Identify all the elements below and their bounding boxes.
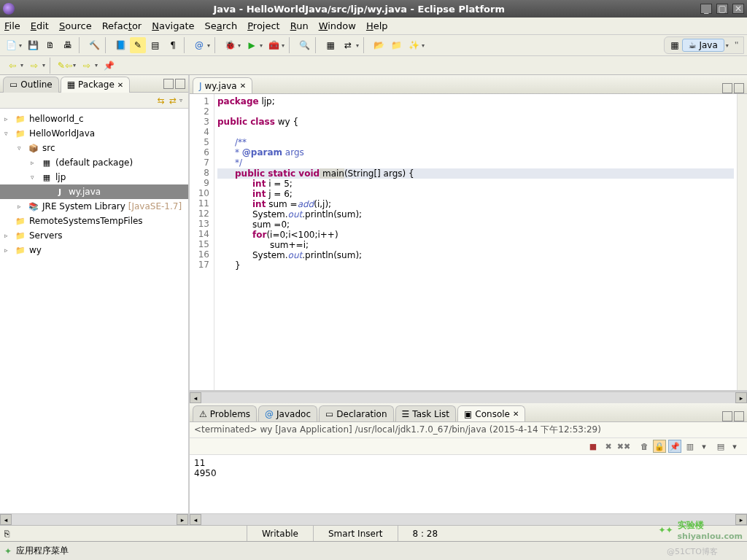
menu-refactor[interactable]: Refactor — [102, 20, 142, 31]
editor-tab-wy[interactable]: J wy.java ✕ — [193, 77, 252, 93]
open-type-button[interactable]: @ — [191, 37, 207, 53]
console-output[interactable]: 11 4950 — [190, 455, 747, 513]
status-writable: Writable — [247, 526, 313, 541]
close-tab-icon[interactable]: ✕ — [117, 81, 123, 89]
maximize-view-button[interactable] — [734, 411, 744, 421]
save-all-button[interactable]: 🗎 — [42, 37, 58, 53]
new-button[interactable]: 📄 — [3, 37, 19, 53]
tree-item-wy-java[interactable]: Jwy.java — [0, 184, 188, 199]
console-hscroll[interactable]: ◂▸ — [190, 513, 747, 525]
toggle-mark-button[interactable]: ✎ — [130, 37, 146, 53]
scroll-lock-icon[interactable]: 🔒 — [653, 440, 666, 453]
terminate-icon[interactable]: ■ — [587, 440, 600, 453]
tab-outline[interactable]: ▭ Outline — [3, 77, 59, 93]
run-button[interactable]: ▶ — [244, 37, 260, 53]
perspective-switcher[interactable]: ▦ ☕ Java ▾ ‟ — [664, 36, 744, 54]
java-perspective-icon: ☕ — [689, 40, 697, 50]
close-tab-icon[interactable]: ✕ — [240, 82, 246, 90]
minimize-button[interactable]: _ — [700, 4, 712, 14]
menu-run[interactable]: Run — [290, 20, 309, 31]
tree-item-helloworld-c[interactable]: ▹📁helloworld_c — [0, 112, 188, 126]
maximize-editor-button[interactable] — [734, 83, 744, 93]
open-console-icon[interactable]: ▤ — [714, 440, 727, 453]
bottom-tabs: ⚠Problems @Javadoc ▭Declaration ☰Task Li… — [190, 403, 747, 422]
package-tree[interactable]: ▹📁helloworld_c▿📁HelloWorldJava▿📦src▹▦(de… — [0, 109, 188, 513]
clear-console-icon[interactable]: 🗑 — [638, 440, 651, 453]
tree-item-ljp[interactable]: ▿▦ljp — [0, 170, 188, 184]
collapse-all-icon[interactable]: ⇆ — [158, 96, 165, 106]
run-config-button[interactable]: 🧰 — [266, 37, 282, 53]
editor-area[interactable]: 1234567891011121314151617 package ljp; p… — [190, 94, 747, 392]
lib-icon: 📚 — [28, 201, 39, 211]
menu-project[interactable]: Project — [247, 20, 280, 31]
window-titlebar: Java - HelloWorldJava/src/ljp/wy.java - … — [0, 0, 747, 18]
type-hier-button[interactable]: ⇄ — [340, 37, 356, 53]
next-annotation-button[interactable]: ⇨ — [79, 58, 95, 74]
view-menu-icon[interactable]: ▿ — [179, 97, 182, 104]
tree-item-wy[interactable]: ▹📁wy — [0, 243, 188, 257]
tab-console[interactable]: ▣Console✕ — [457, 405, 525, 421]
menu-edit[interactable]: Edit — [31, 20, 49, 31]
remove-launch-icon[interactable]: ✖ — [602, 440, 615, 453]
tree-item-helloworldjava[interactable]: ▿📁HelloWorldJava — [0, 126, 188, 141]
minimize-view-button[interactable] — [722, 411, 732, 421]
tab-tasklist[interactable]: ☰Task List — [395, 405, 456, 421]
open-file-button[interactable]: 📂 — [371, 37, 387, 53]
tasklist-icon: ☰ — [402, 409, 410, 419]
editor-hscroll[interactable]: ◂▸ — [190, 392, 747, 403]
open-folder-button[interactable]: 📁 — [388, 37, 404, 53]
maximize-button[interactable]: ▢ — [716, 4, 728, 14]
pin-button[interactable]: 📌 — [101, 58, 117, 74]
menu-source[interactable]: Source — [59, 20, 92, 31]
editor-tabs: J wy.java ✕ — [190, 75, 747, 94]
code-area[interactable]: package ljp; public class wy { /** * @pa… — [214, 94, 737, 390]
pin-console-icon[interactable]: 📌 — [668, 440, 681, 453]
tree-item--default-package-[interactable]: ▹▦(default package) — [0, 155, 188, 170]
last-edit-button[interactable]: ✎⇦ — [57, 58, 73, 74]
tab-declaration[interactable]: ▭Declaration — [319, 405, 394, 421]
block-select-button[interactable]: ▤ — [147, 37, 163, 53]
minimize-view-button[interactable] — [163, 79, 174, 89]
save-button[interactable]: 💾 — [25, 37, 41, 53]
menu-search[interactable]: Search — [205, 20, 238, 31]
tree-item-remotesystemstempfiles[interactable]: 📁RemoteSystemsTempFiles — [0, 214, 188, 228]
build-button[interactable]: 🔨 — [86, 37, 102, 53]
tree-item-servers[interactable]: ▹📁Servers — [0, 228, 188, 243]
apps-menu-label[interactable]: 应用程序菜单 — [16, 545, 69, 557]
footer-watermark: @51CTO博客 — [667, 546, 718, 557]
close-button[interactable]: ✕ — [732, 4, 744, 14]
tab-package[interactable]: ▦ Package ✕ — [61, 77, 130, 93]
display-selected-icon[interactable]: ▥ — [684, 440, 697, 453]
tab-problems[interactable]: ⚠Problems — [193, 405, 257, 421]
print-button[interactable]: 🖶 — [60, 37, 76, 53]
show-whitespace-button[interactable]: ¶ — [165, 37, 181, 53]
menu-navigate[interactable]: Navigate — [152, 20, 194, 31]
java-icon: J — [54, 187, 66, 197]
search-button[interactable]: 🔍 — [296, 37, 312, 53]
menu-help[interactable]: Help — [366, 20, 388, 31]
tree-item-jre-system-library[interactable]: ▹📚JRE System Library [JavaSE-1.7] — [0, 199, 188, 214]
link-editor-icon[interactable]: ⇄ — [169, 96, 177, 106]
menu-window[interactable]: Window — [319, 20, 356, 31]
dropdown-icon[interactable]: ▾ — [19, 42, 22, 49]
menu-file[interactable]: File — [4, 20, 20, 31]
package-explorer-icon: ▦ — [67, 79, 75, 90]
debug-button[interactable]: 🐞 — [222, 37, 238, 53]
pkg-button[interactable]: ▦ — [322, 37, 338, 53]
apps-menu-icon[interactable]: ✦ — [4, 546, 12, 556]
status-cursor: 8 : 28 — [398, 526, 453, 541]
forward-button[interactable]: ⇨ — [26, 58, 42, 74]
open-perspective-icon[interactable]: ▦ — [670, 40, 678, 50]
tree-item-src[interactable]: ▿📦src — [0, 141, 188, 155]
new-java-button[interactable]: 📘 — [112, 37, 128, 53]
close-tab-icon[interactable]: ✕ — [513, 410, 519, 418]
minimize-editor-button[interactable] — [722, 83, 732, 93]
remove-all-icon[interactable]: ✖✖ — [617, 440, 630, 453]
tree-hscroll[interactable]: ◂▸ — [0, 513, 188, 525]
src-icon: 📦 — [28, 143, 39, 153]
wand-button[interactable]: ✨ — [406, 37, 422, 53]
tab-javadoc[interactable]: @Javadoc — [258, 405, 317, 421]
maximize-view-button[interactable] — [175, 79, 185, 89]
back-button[interactable]: ⇦ — [4, 58, 20, 74]
nav-toolbar: ⇦▾ ⇨▾ ✎⇦▾ ⇨▾ 📌 — [0, 56, 747, 75]
